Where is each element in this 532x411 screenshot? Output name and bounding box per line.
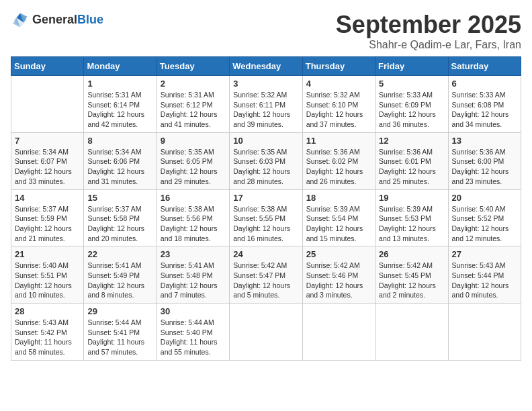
day-detail: Sunrise: 5:36 AM Sunset: 6:00 PM Dayligh… xyxy=(452,147,517,187)
day-detail: Sunrise: 5:44 AM Sunset: 5:41 PM Dayligh… xyxy=(87,318,152,357)
day-detail: Sunrise: 5:43 AM Sunset: 5:42 PM Dayligh… xyxy=(15,318,80,357)
day-number: 26 xyxy=(379,249,444,259)
calendar-week-3: 14Sunrise: 5:37 AM Sunset: 5:59 PM Dayli… xyxy=(11,189,521,246)
day-number: 20 xyxy=(452,193,517,203)
day-detail: Sunrise: 5:37 AM Sunset: 5:59 PM Dayligh… xyxy=(15,204,80,244)
day-number: 6 xyxy=(452,79,517,89)
calendar-cell: 6Sunrise: 5:33 AM Sunset: 6:08 PM Daylig… xyxy=(448,76,521,133)
day-detail: Sunrise: 5:40 AM Sunset: 5:52 PM Dayligh… xyxy=(452,204,517,244)
day-number: 14 xyxy=(15,193,80,203)
calendar-cell xyxy=(302,304,375,361)
calendar-cell: 25Sunrise: 5:42 AM Sunset: 5:46 PM Dayli… xyxy=(302,246,375,304)
weekday-header-wednesday: Wednesday xyxy=(230,57,302,76)
day-detail: Sunrise: 5:33 AM Sunset: 6:08 PM Dayligh… xyxy=(452,90,517,130)
calendar-cell: 27Sunrise: 5:43 AM Sunset: 5:44 PM Dayli… xyxy=(448,246,521,304)
calendar-cell: 18Sunrise: 5:39 AM Sunset: 5:54 PM Dayli… xyxy=(302,189,375,246)
day-number: 2 xyxy=(161,79,226,89)
calendar-cell: 19Sunrise: 5:39 AM Sunset: 5:53 PM Dayli… xyxy=(375,189,448,246)
day-detail: Sunrise: 5:34 AM Sunset: 6:07 PM Dayligh… xyxy=(15,147,80,187)
weekday-header-tuesday: Tuesday xyxy=(157,57,229,76)
logo-general: General xyxy=(32,13,77,27)
weekday-header-sunday: Sunday xyxy=(11,57,84,76)
day-number: 21 xyxy=(15,249,80,259)
day-detail: Sunrise: 5:34 AM Sunset: 6:06 PM Dayligh… xyxy=(87,147,152,187)
month-title: September 2025 xyxy=(336,11,521,39)
day-number: 25 xyxy=(306,249,371,259)
day-detail: Sunrise: 5:42 AM Sunset: 5:46 PM Dayligh… xyxy=(306,261,371,300)
weekday-header-friday: Friday xyxy=(375,57,448,76)
calendar-cell: 26Sunrise: 5:42 AM Sunset: 5:45 PM Dayli… xyxy=(375,246,448,304)
day-number: 1 xyxy=(87,79,152,89)
day-number: 4 xyxy=(306,79,371,89)
day-number: 9 xyxy=(161,136,226,146)
day-detail: Sunrise: 5:41 AM Sunset: 5:48 PM Dayligh… xyxy=(161,261,226,300)
weekday-header-thursday: Thursday xyxy=(302,57,375,76)
calendar-cell: 13Sunrise: 5:36 AM Sunset: 6:00 PM Dayli… xyxy=(448,132,521,189)
calendar-cell: 17Sunrise: 5:38 AM Sunset: 5:55 PM Dayli… xyxy=(230,189,302,246)
calendar-cell: 29Sunrise: 5:44 AM Sunset: 5:41 PM Dayli… xyxy=(84,304,157,361)
calendar-cell: 21Sunrise: 5:40 AM Sunset: 5:51 PM Dayli… xyxy=(11,246,84,304)
calendar-cell: 28Sunrise: 5:43 AM Sunset: 5:42 PM Dayli… xyxy=(11,304,84,361)
day-number: 12 xyxy=(379,136,444,146)
location-subtitle: Shahr-e Qadim-e Lar, Fars, Iran xyxy=(336,39,521,51)
day-detail: Sunrise: 5:32 AM Sunset: 6:11 PM Dayligh… xyxy=(233,90,298,130)
day-number: 15 xyxy=(87,193,152,203)
weekday-header-saturday: Saturday xyxy=(448,57,521,76)
calendar-cell: 14Sunrise: 5:37 AM Sunset: 5:59 PM Dayli… xyxy=(11,189,84,246)
day-detail: Sunrise: 5:44 AM Sunset: 5:40 PM Dayligh… xyxy=(161,318,226,357)
calendar-cell: 11Sunrise: 5:36 AM Sunset: 6:02 PM Dayli… xyxy=(302,132,375,189)
calendar-cell: 15Sunrise: 5:37 AM Sunset: 5:58 PM Dayli… xyxy=(84,189,157,246)
day-number: 11 xyxy=(306,136,371,146)
day-detail: Sunrise: 5:36 AM Sunset: 6:01 PM Dayligh… xyxy=(379,147,444,187)
day-detail: Sunrise: 5:42 AM Sunset: 5:47 PM Dayligh… xyxy=(233,261,298,300)
calendar-cell: 20Sunrise: 5:40 AM Sunset: 5:52 PM Dayli… xyxy=(448,189,521,246)
calendar-cell: 12Sunrise: 5:36 AM Sunset: 6:01 PM Dayli… xyxy=(375,132,448,189)
calendar-cell: 7Sunrise: 5:34 AM Sunset: 6:07 PM Daylig… xyxy=(11,132,84,189)
day-number: 17 xyxy=(233,193,298,203)
calendar-cell: 1Sunrise: 5:31 AM Sunset: 6:14 PM Daylig… xyxy=(84,76,157,133)
day-detail: Sunrise: 5:31 AM Sunset: 6:14 PM Dayligh… xyxy=(87,90,152,130)
calendar-cell: 23Sunrise: 5:41 AM Sunset: 5:48 PM Dayli… xyxy=(157,246,229,304)
day-number: 19 xyxy=(379,193,444,203)
day-number: 23 xyxy=(161,249,226,259)
calendar-cell: 30Sunrise: 5:44 AM Sunset: 5:40 PM Dayli… xyxy=(157,304,229,361)
calendar-cell: 10Sunrise: 5:35 AM Sunset: 6:03 PM Dayli… xyxy=(230,132,302,189)
day-detail: Sunrise: 5:32 AM Sunset: 6:10 PM Dayligh… xyxy=(306,90,371,130)
calendar-cell xyxy=(11,76,84,133)
day-detail: Sunrise: 5:38 AM Sunset: 5:55 PM Dayligh… xyxy=(233,204,298,244)
calendar-cell xyxy=(448,304,521,361)
calendar-week-2: 7Sunrise: 5:34 AM Sunset: 6:07 PM Daylig… xyxy=(11,132,521,189)
calendar-cell: 24Sunrise: 5:42 AM Sunset: 5:47 PM Dayli… xyxy=(230,246,302,304)
calendar-cell: 8Sunrise: 5:34 AM Sunset: 6:06 PM Daylig… xyxy=(84,132,157,189)
calendar-table: SundayMondayTuesdayWednesdayThursdayFrid… xyxy=(11,56,521,361)
day-detail: Sunrise: 5:35 AM Sunset: 6:05 PM Dayligh… xyxy=(161,147,226,187)
day-number: 22 xyxy=(87,249,152,259)
day-detail: Sunrise: 5:35 AM Sunset: 6:03 PM Dayligh… xyxy=(233,147,298,187)
weekday-header-row: SundayMondayTuesdayWednesdayThursdayFrid… xyxy=(11,57,521,76)
day-number: 29 xyxy=(87,306,152,316)
day-number: 30 xyxy=(161,306,226,316)
calendar-cell xyxy=(230,304,302,361)
calendar-week-5: 28Sunrise: 5:43 AM Sunset: 5:42 PM Dayli… xyxy=(11,304,521,361)
day-number: 5 xyxy=(379,79,444,89)
day-number: 18 xyxy=(306,193,371,203)
day-number: 3 xyxy=(233,79,298,89)
day-detail: Sunrise: 5:41 AM Sunset: 5:49 PM Dayligh… xyxy=(87,261,152,300)
logo-icon xyxy=(11,11,30,30)
day-detail: Sunrise: 5:39 AM Sunset: 5:53 PM Dayligh… xyxy=(379,204,444,244)
calendar-cell: 22Sunrise: 5:41 AM Sunset: 5:49 PM Dayli… xyxy=(84,246,157,304)
weekday-header-monday: Monday xyxy=(84,57,157,76)
calendar-cell: 5Sunrise: 5:33 AM Sunset: 6:09 PM Daylig… xyxy=(375,76,448,133)
day-detail: Sunrise: 5:42 AM Sunset: 5:45 PM Dayligh… xyxy=(379,261,444,300)
calendar-week-1: 1Sunrise: 5:31 AM Sunset: 6:14 PM Daylig… xyxy=(11,76,521,133)
calendar-cell xyxy=(375,304,448,361)
day-detail: Sunrise: 5:40 AM Sunset: 5:51 PM Dayligh… xyxy=(15,261,80,300)
logo: General Blue xyxy=(11,11,103,30)
day-number: 10 xyxy=(233,136,298,146)
calendar-cell: 3Sunrise: 5:32 AM Sunset: 6:11 PM Daylig… xyxy=(230,76,302,133)
day-number: 8 xyxy=(87,136,152,146)
calendar-week-4: 21Sunrise: 5:40 AM Sunset: 5:51 PM Dayli… xyxy=(11,246,521,304)
day-detail: Sunrise: 5:43 AM Sunset: 5:44 PM Dayligh… xyxy=(452,261,517,300)
day-detail: Sunrise: 5:33 AM Sunset: 6:09 PM Dayligh… xyxy=(379,90,444,130)
day-number: 28 xyxy=(15,306,80,316)
